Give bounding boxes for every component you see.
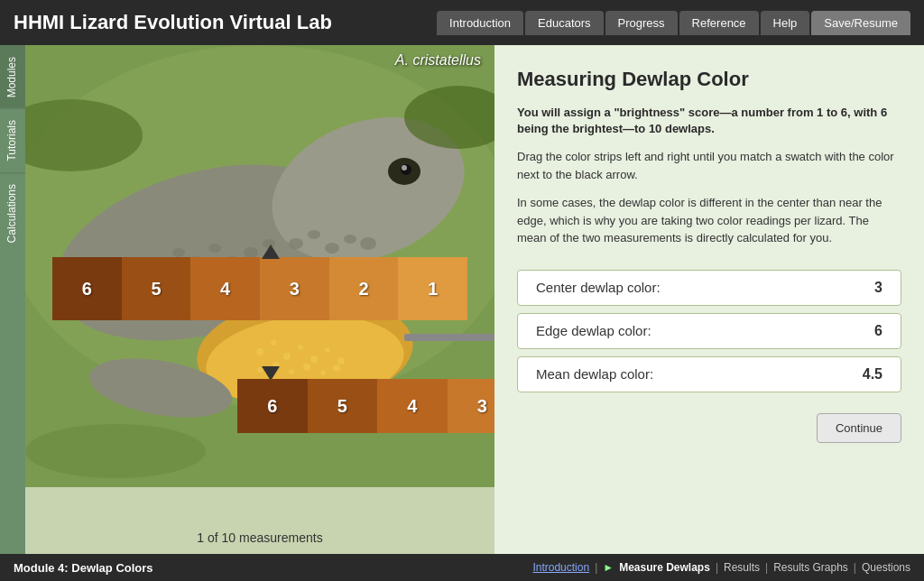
color-cell-3-bottom[interactable]: 3 — [448, 379, 495, 433]
svg-point-33 — [333, 364, 340, 372]
footer: Module 4: Dewlap Colors Introduction | ►… — [0, 554, 924, 581]
tab-help[interactable]: Help — [761, 11, 810, 35]
color-cell-2-top[interactable]: 2 — [329, 257, 399, 320]
mean-dewlap-value: 4.5 — [863, 366, 882, 383]
main-content: Modules Tutorials Calculations — [0, 45, 924, 554]
color-cell-3-top[interactable]: 3 — [260, 257, 329, 320]
edge-dewlap-value: 6 — [874, 323, 882, 339]
color-cell-6-top[interactable]: 6 — [52, 257, 122, 320]
footer-results[interactable]: Results — [724, 561, 760, 574]
app-title: HHMI Lizard Evolution Virtual Lab — [14, 11, 437, 34]
continue-button[interactable]: Continue — [817, 413, 901, 443]
color-cell-5-bottom[interactable]: 5 — [308, 379, 378, 433]
image-area: A. cristatellus 6 5 4 3 2 1 6 5 — [25, 45, 494, 554]
color-cell-5-top[interactable]: 5 — [122, 257, 191, 320]
svg-point-22 — [271, 340, 276, 346]
svg-rect-38 — [404, 334, 494, 341]
top-color-strip[interactable]: 6 5 4 3 2 1 — [52, 257, 467, 320]
edge-dewlap-box: Edge dewlap color: 6 — [517, 313, 901, 349]
instruction-bold: You will assign a "brightness" score—a n… — [517, 105, 901, 137]
instruction-center-edge: In some cases, the dewlap color is diffe… — [517, 194, 901, 247]
center-dewlap-box: Center dewlap color: 3 — [517, 270, 901, 306]
tab-reference[interactable]: Reference — [679, 11, 759, 35]
scientific-name: A. cristatellus — [395, 52, 481, 69]
color-cell-6-bottom[interactable]: 6 — [237, 379, 308, 433]
svg-point-8 — [308, 230, 320, 239]
svg-point-17 — [172, 248, 185, 257]
svg-point-25 — [310, 355, 318, 363]
svg-point-26 — [325, 347, 330, 353]
instruction-drag: Drag the color strips left and right unt… — [517, 148, 901, 183]
footer-nav: Introduction | ► Measure Dewlaps | Resul… — [532, 561, 910, 574]
tab-educators[interactable]: Educators — [525, 11, 604, 35]
arrow-up-icon — [262, 244, 280, 259]
svg-point-7 — [289, 238, 303, 249]
lizard-background: A. cristatellus 6 5 4 3 2 1 6 5 — [25, 45, 494, 487]
svg-point-32 — [320, 370, 326, 375]
center-dewlap-label: Center dewlap color: — [536, 280, 661, 295]
svg-point-10 — [344, 235, 356, 244]
footer-results-graphs[interactable]: Results Graphs — [773, 561, 848, 574]
measurement-counter: 1 of 10 measurements — [25, 530, 494, 545]
panel-title: Measuring Dewlap Color — [517, 68, 901, 91]
center-dewlap-value: 3 — [874, 280, 882, 296]
svg-point-6 — [402, 165, 407, 171]
svg-point-27 — [337, 357, 345, 364]
tab-save-resume[interactable]: Save/Resume — [811, 11, 910, 35]
footer-intro-link[interactable]: Introduction — [532, 561, 589, 574]
bottom-color-strip[interactable]: 6 5 4 3 — [237, 379, 494, 433]
tab-introduction[interactable]: Introduction — [437, 11, 523, 35]
footer-measure-dewlaps: Measure Dewlaps — [619, 561, 710, 574]
mean-dewlap-box: Mean dewlap color: 4.5 — [517, 356, 901, 392]
right-panel: Measuring Dewlap Color You will assign a… — [494, 45, 924, 554]
content-area: A. cristatellus 6 5 4 3 2 1 6 5 — [25, 45, 924, 554]
color-cell-4-top[interactable]: 4 — [190, 257, 260, 320]
svg-point-9 — [325, 243, 339, 254]
sidebar-item-tutorials[interactable]: Tutorials — [0, 108, 25, 172]
sidebar-item-modules[interactable]: Modules — [0, 45, 25, 108]
svg-point-21 — [256, 348, 263, 355]
svg-point-11 — [360, 237, 376, 250]
module-label: Module 4: Dewlap Colors — [14, 561, 532, 575]
svg-point-31 — [303, 364, 310, 371]
svg-point-30 — [289, 369, 294, 374]
footer-questions[interactable]: Questions — [862, 561, 910, 574]
header: HHMI Lizard Evolution Virtual Lab Introd… — [0, 0, 924, 45]
color-cell-4-bottom[interactable]: 4 — [377, 379, 448, 433]
footer-arrow-icon: ► — [603, 561, 614, 574]
svg-point-15 — [208, 244, 221, 253]
sidebar-item-calculations[interactable]: Calculations — [0, 172, 25, 254]
nav-tabs: Introduction Educators Progress Referenc… — [437, 11, 910, 35]
edge-dewlap-label: Edge dewlap color: — [536, 323, 651, 338]
mean-dewlap-label: Mean dewlap color: — [536, 366, 653, 382]
left-sidebar: Modules Tutorials Calculations — [0, 45, 25, 554]
svg-point-37 — [25, 424, 206, 478]
tab-progress[interactable]: Progress — [605, 11, 678, 35]
color-cell-1-top[interactable]: 1 — [398, 257, 467, 320]
svg-point-23 — [283, 353, 291, 360]
svg-point-24 — [298, 345, 303, 350]
